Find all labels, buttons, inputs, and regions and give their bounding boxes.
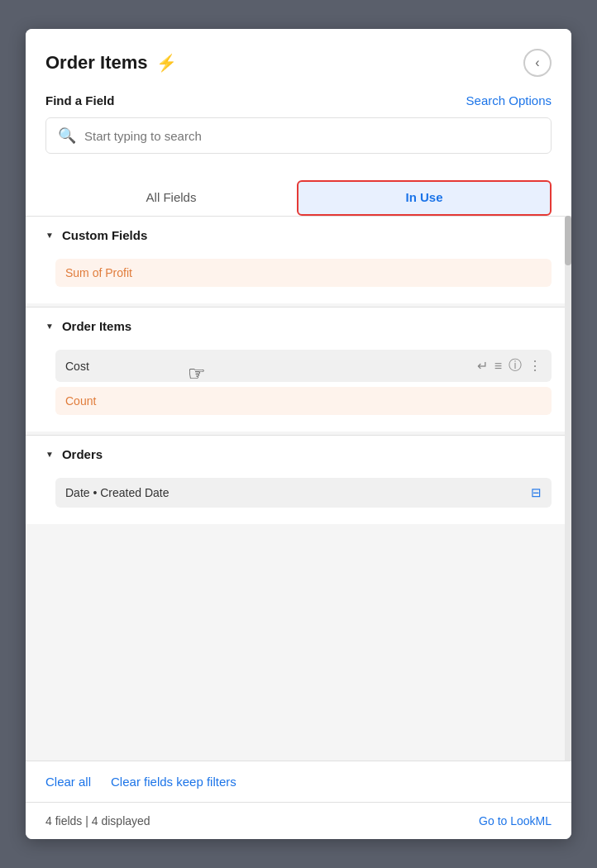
section-custom-fields: ▼ Custom Fields Sum of Profit [26, 216, 571, 303]
section-body-orders: Date • Created Date ⊟ [26, 473, 571, 524]
field-count[interactable]: Count [55, 387, 552, 415]
section-arrow-custom-fields: ▼ [45, 231, 54, 240]
go-to-looker-link[interactable]: Go to LookML [479, 814, 552, 827]
clear-fields-keep-filters-link[interactable]: Clear fields keep filters [111, 775, 236, 789]
filter-lines-icon[interactable]: ≡ [494, 359, 502, 374]
panel-header: Order Items ⚡ ‹ Find a Field Search Opti… [26, 29, 571, 167]
field-label-cost: Cost [65, 360, 89, 373]
section-orders: ▼ Orders Date • Created Date ⊟ [26, 435, 571, 524]
panel: Order Items ⚡ ‹ Find a Field Search Opti… [26, 29, 571, 839]
field-actions-cost: ↵ ≡ ⓘ ⋮ [477, 357, 542, 374]
field-actions-date: ⊟ [531, 485, 542, 500]
search-options-link[interactable]: Search Options [466, 93, 552, 107]
field-label-sum-of-profit: Sum of Profit [65, 266, 132, 279]
title-left: Order Items ⚡ [45, 52, 177, 74]
scrollbar-thumb[interactable] [565, 216, 571, 265]
section-title-order-items: Order Items [62, 319, 131, 333]
clear-all-link[interactable]: Clear all [45, 775, 91, 789]
section-title-custom-fields: Custom Fields [62, 228, 147, 242]
section-title-orders: Orders [62, 447, 103, 461]
panel-title: Order Items [45, 52, 148, 74]
section-header-order-items[interactable]: ▼ Order Items [26, 308, 571, 345]
field-date-created[interactable]: Date • Created Date ⊟ [55, 478, 552, 508]
section-body-order-items: Cost ↵ ≡ ⓘ ⋮ Count ☞ [26, 345, 571, 432]
section-order-items: ▼ Order Items Cost ↵ ≡ ⓘ ⋮ Count [26, 307, 571, 432]
section-body-custom-fields: Sum of Profit [26, 254, 571, 303]
find-label: Find a Field [45, 93, 114, 107]
field-label-count: Count [65, 394, 96, 408]
section-header-custom-fields[interactable]: ▼ Custom Fields [26, 217, 571, 254]
section-arrow-order-items: ▼ [45, 322, 54, 331]
search-box: 🔍 [45, 117, 552, 154]
section-header-orders[interactable]: ▼ Orders [26, 436, 571, 473]
scrollbar-track[interactable] [565, 216, 571, 761]
fields-count: 4 fields | 4 displayed [45, 814, 150, 827]
info-icon[interactable]: ⓘ [509, 357, 522, 374]
back-button[interactable]: ‹ [523, 49, 552, 77]
search-icon: 🔍 [58, 126, 76, 145]
return-icon[interactable]: ↵ [477, 358, 488, 374]
field-label-date-created: Date • Created Date [65, 486, 170, 499]
tab-all-fields[interactable]: All Fields [45, 182, 297, 214]
bolt-icon: ⚡ [156, 53, 177, 73]
back-icon: ‹ [535, 55, 539, 70]
filter-icon-date[interactable]: ⊟ [531, 485, 542, 500]
find-row: Find a Field Search Options [45, 93, 552, 107]
footer-bar: 4 fields | 4 displayed Go to LookML [26, 802, 571, 839]
title-row: Order Items ⚡ ‹ [45, 49, 552, 77]
field-cost[interactable]: Cost ↵ ≡ ⓘ ⋮ [55, 350, 552, 382]
section-arrow-orders: ▼ [45, 450, 54, 459]
search-input[interactable] [84, 129, 539, 143]
tab-in-use[interactable]: In Use [297, 180, 552, 216]
content-area: ▼ Custom Fields Sum of Profit ▼ Order It… [26, 216, 571, 761]
field-sum-of-profit[interactable]: Sum of Profit [55, 259, 552, 287]
footer-actions: Clear all Clear fields keep filters [26, 761, 571, 802]
tabs-row: All Fields In Use [26, 167, 571, 216]
more-icon[interactable]: ⋮ [528, 358, 542, 374]
